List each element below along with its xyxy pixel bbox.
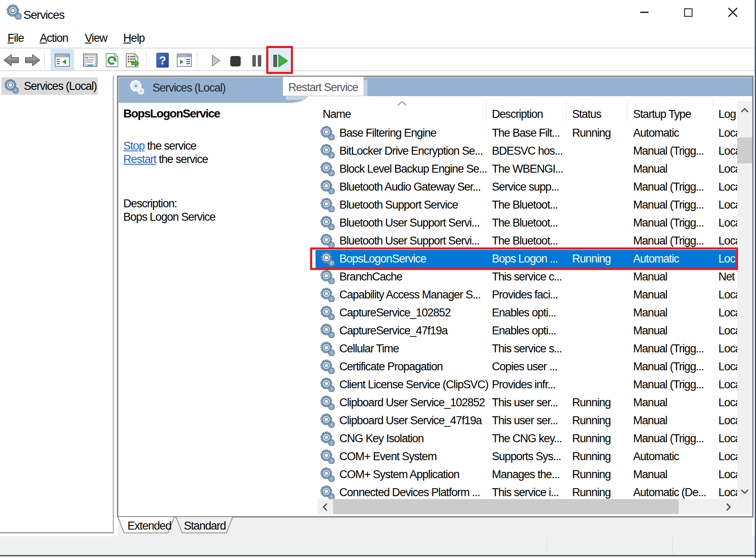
svg-text:?: ? — [159, 54, 166, 67]
